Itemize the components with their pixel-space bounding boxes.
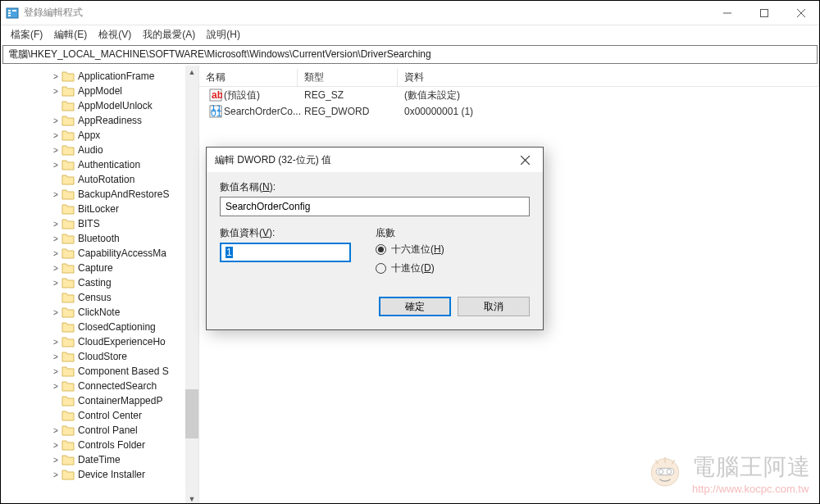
- tree-item[interactable]: >Authentication: [1, 157, 198, 172]
- radio-dec[interactable]: 十進位(D): [376, 261, 530, 275]
- row-type: REG_SZ: [298, 88, 398, 102]
- scroll-up-icon[interactable]: ▲: [185, 66, 198, 79]
- expander-icon[interactable]: >: [50, 87, 61, 96]
- expander-icon[interactable]: [50, 293, 61, 302]
- tree-item[interactable]: >Appx: [1, 128, 198, 143]
- row-data: (數值未設定): [398, 87, 819, 104]
- expander-icon[interactable]: >: [50, 146, 61, 155]
- dialog-close-button[interactable]: [508, 148, 541, 171]
- expander-icon[interactable]: [50, 323, 61, 332]
- tree-item[interactable]: Control Center: [1, 408, 198, 423]
- tree-item[interactable]: AppModelUnlock: [1, 98, 198, 113]
- value-name-label: 數值名稱(N):: [220, 180, 530, 194]
- expander-icon[interactable]: [50, 102, 61, 111]
- scroll-down-icon[interactable]: ▼: [185, 493, 198, 504]
- expander-icon[interactable]: >: [50, 234, 61, 243]
- expander-icon[interactable]: >: [50, 131, 61, 140]
- minimize-button[interactable]: [708, 1, 745, 25]
- expander-icon[interactable]: [50, 397, 61, 406]
- value-type-icon: 110011: [209, 105, 222, 118]
- expander-icon[interactable]: >: [50, 161, 61, 170]
- tree-item[interactable]: >ApplicationFrame: [1, 69, 198, 84]
- tree-label: Control Panel: [78, 425, 138, 436]
- menu-favorites[interactable]: 我的最愛(A): [138, 28, 200, 42]
- svg-rect-1: [8, 10, 11, 11]
- menu-help[interactable]: 說明(H): [202, 28, 245, 42]
- tree-label: ClosedCaptioning: [78, 321, 156, 333]
- tree-item[interactable]: >Audio: [1, 143, 198, 157]
- col-data[interactable]: 資料: [398, 69, 819, 86]
- folder-icon: [61, 247, 75, 259]
- tree-item[interactable]: >CapabilityAccessMa: [1, 246, 198, 261]
- folder-icon: [61, 439, 75, 451]
- tree-item[interactable]: >DateTime: [1, 452, 198, 467]
- value-data-input[interactable]: 1: [220, 243, 351, 262]
- expander-icon[interactable]: >: [50, 382, 61, 391]
- radio-hex[interactable]: 十六進位(H): [376, 243, 530, 257]
- tree-item[interactable]: >CloudExperienceHo: [1, 334, 198, 349]
- menu-view[interactable]: 檢視(V): [93, 28, 136, 42]
- expander-icon[interactable]: [50, 411, 61, 420]
- folder-icon: [61, 454, 75, 465]
- tree-scrollbar[interactable]: ▲ ▼: [185, 66, 198, 504]
- expander-icon[interactable]: >: [50, 470, 61, 479]
- cancel-button[interactable]: 取消: [458, 297, 530, 316]
- maximize-button[interactable]: [745, 1, 782, 25]
- expander-icon[interactable]: >: [50, 264, 61, 273]
- expander-icon[interactable]: >: [50, 279, 61, 288]
- value-name-input[interactable]: SearchOrderConfig: [220, 197, 530, 216]
- tree-item[interactable]: >ConnectedSearch: [1, 379, 198, 393]
- tree-item[interactable]: >Controls Folder: [1, 438, 198, 452]
- tree-item[interactable]: ClosedCaptioning: [1, 320, 198, 334]
- tree-item[interactable]: >Control Panel: [1, 423, 198, 438]
- expander-icon[interactable]: >: [50, 72, 61, 81]
- scroll-thumb[interactable]: [185, 389, 198, 438]
- col-type[interactable]: 類型: [298, 69, 398, 86]
- tree-item[interactable]: >Device Installer: [1, 467, 198, 482]
- tree-item[interactable]: ContainerMappedP: [1, 393, 198, 408]
- expander-icon[interactable]: >: [50, 220, 61, 229]
- expander-icon[interactable]: >: [50, 116, 61, 125]
- tree-item[interactable]: Census: [1, 290, 198, 305]
- expander-icon[interactable]: >: [50, 249, 61, 258]
- tree-label: Appx: [78, 129, 100, 141]
- expander-icon[interactable]: >: [50, 367, 61, 376]
- menu-edit[interactable]: 編輯(E): [49, 28, 92, 42]
- tree-item[interactable]: >CloudStore: [1, 349, 198, 364]
- tree-item[interactable]: >AppModel: [1, 84, 198, 98]
- tree-label: Device Installer: [78, 469, 145, 480]
- tree-label: Authentication: [78, 159, 140, 170]
- dialog-titlebar[interactable]: 編輯 DWORD (32-位元) 值: [207, 148, 543, 172]
- svg-text:ab: ab: [212, 89, 222, 101]
- expander-icon[interactable]: >: [50, 456, 61, 465]
- close-button[interactable]: [782, 1, 819, 25]
- expander-icon[interactable]: >: [50, 426, 61, 435]
- tree-item[interactable]: >BITS: [1, 216, 198, 231]
- radio-icon-checked: [376, 244, 386, 255]
- menu-file[interactable]: 檔案(F): [6, 28, 48, 42]
- tree-item[interactable]: >AppReadiness: [1, 113, 198, 128]
- tree-item[interactable]: >BackupAndRestoreS: [1, 187, 198, 202]
- tree-item[interactable]: >Capture: [1, 261, 198, 275]
- tree-item[interactable]: >Component Based S: [1, 364, 198, 379]
- expander-icon[interactable]: >: [50, 352, 61, 361]
- list-row[interactable]: ab(預設值)REG_SZ(數值未設定): [199, 87, 819, 103]
- expander-icon[interactable]: >: [50, 308, 61, 317]
- tree-item[interactable]: BitLocker: [1, 202, 198, 216]
- tree-item[interactable]: >Casting: [1, 275, 198, 290]
- folder-icon: [61, 336, 75, 347]
- expander-icon[interactable]: [50, 175, 61, 184]
- folder-icon: [61, 425, 75, 436]
- tree-item[interactable]: >Bluetooth: [1, 231, 198, 246]
- tree-item[interactable]: >ClickNote: [1, 305, 198, 320]
- expander-icon[interactable]: >: [50, 190, 61, 199]
- col-name[interactable]: 名稱: [199, 69, 298, 86]
- address-input[interactable]: 電腦\HKEY_LOCAL_MACHINE\SOFTWARE\Microsoft…: [2, 45, 818, 64]
- ok-button[interactable]: 確定: [379, 297, 451, 316]
- expander-icon[interactable]: >: [50, 338, 61, 347]
- tree-item[interactable]: AutoRotation: [1, 172, 198, 187]
- folder-icon: [61, 159, 75, 170]
- list-row[interactable]: 110011SearchOrderCo...REG_DWORD0x0000000…: [199, 103, 819, 120]
- expander-icon[interactable]: >: [50, 441, 61, 450]
- expander-icon[interactable]: [50, 205, 61, 214]
